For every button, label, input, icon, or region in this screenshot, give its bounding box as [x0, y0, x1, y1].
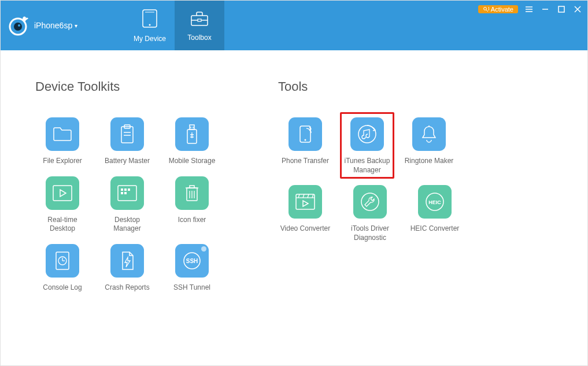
tile-label: Ringtone Maker — [405, 157, 454, 166]
tile-label: Mobile Storage — [169, 157, 216, 166]
tile-label: Crash Reports — [105, 283, 149, 293]
tab-toolbox[interactable]: Toolbox — [175, 1, 224, 50]
device-toolkits-grid: File Explorer Battery Master Mobile Stor… — [35, 117, 220, 292]
header-tabs: My Device Toolbox — [125, 1, 224, 50]
svg-point-10 — [483, 7, 486, 10]
app-header: iPhone6sp My Device — [1, 1, 587, 50]
tab-my-device[interactable]: My Device — [125, 1, 175, 50]
app-logo-icon — [6, 14, 29, 37]
svg-point-1 — [14, 23, 22, 31]
svg-rect-30 — [121, 188, 123, 191]
tile-ringtone-maker[interactable]: Ringtone Maker — [402, 117, 456, 175]
section-title: Device Toolkits — [35, 79, 220, 94]
svg-line-11 — [486, 10, 488, 12]
window-controls: Activate — [478, 4, 583, 14]
main-content: Device Toolkits File Explorer Battery Ma… — [1, 50, 587, 304]
svg-line-54 — [298, 194, 299, 198]
maximize-icon[interactable] — [556, 4, 567, 14]
svg-marker-28 — [60, 190, 66, 197]
music-refresh-icon — [350, 117, 384, 151]
tile-label: Video Converter — [280, 224, 331, 234]
svg-line-56 — [308, 194, 309, 198]
svg-marker-45 — [125, 257, 130, 267]
svg-rect-34 — [124, 192, 127, 194]
tile-video-converter[interactable]: Video Converter — [278, 185, 332, 242]
tile-label: HEIC Converter — [411, 224, 460, 234]
bell-icon — [412, 117, 446, 151]
tile-label: Console Log — [43, 283, 82, 293]
tile-phone-transfer[interactable]: Phone Transfer — [278, 117, 332, 175]
svg-point-2 — [18, 24, 20, 27]
tile-itunes-backup-manager[interactable]: iTunes Backup Manager — [340, 112, 394, 179]
svg-rect-31 — [124, 188, 127, 191]
tile-label: iTunes Backup Manager — [343, 157, 391, 175]
svg-rect-32 — [128, 188, 130, 191]
device-toolkits-section: Device Toolkits File Explorer Battery Ma… — [35, 79, 220, 292]
tile-label: Desktop Manager — [100, 216, 154, 234]
tile-label: File Explorer — [43, 157, 82, 166]
svg-rect-19 — [121, 127, 133, 143]
svg-point-49 — [305, 139, 306, 141]
clock-file-icon — [46, 244, 79, 278]
activate-button[interactable]: Activate — [478, 5, 518, 13]
toolbox-icon — [190, 10, 209, 29]
svg-text:HEIC: HEIC — [428, 199, 441, 205]
tile-file-explorer[interactable]: File Explorer — [35, 117, 90, 166]
heic-icon: HEIC — [418, 185, 452, 219]
svg-line-57 — [312, 194, 313, 198]
svg-point-4 — [149, 24, 151, 25]
usb-icon — [175, 117, 209, 151]
svg-rect-37 — [190, 186, 194, 188]
tile-heic-converter[interactable]: HEIC HEIC Converter — [408, 185, 462, 242]
tile-ssh-tunnel[interactable]: SSH SSH Tunnel — [165, 244, 219, 293]
wrench-circle-icon — [353, 185, 387, 219]
apps-grid-icon — [110, 176, 144, 210]
tile-label: Icon fixer — [178, 216, 206, 225]
film-icon — [289, 185, 322, 219]
play-screen-icon — [46, 176, 79, 210]
tablet-icon — [142, 9, 158, 30]
tab-label: My Device — [134, 35, 166, 43]
minimize-icon[interactable] — [540, 4, 550, 14]
svg-rect-29 — [118, 186, 136, 201]
tile-label: Battery Master — [105, 157, 150, 166]
svg-rect-16 — [559, 6, 564, 12]
phone-transfer-icon — [289, 117, 322, 151]
clipboard-icon — [110, 117, 144, 151]
trash-icon — [175, 176, 209, 210]
logo-area: iPhone6sp — [1, 1, 125, 50]
tile-label: Phone Transfer — [282, 157, 329, 166]
svg-marker-58 — [303, 201, 308, 206]
svg-line-55 — [303, 194, 304, 198]
close-icon[interactable] — [572, 4, 583, 14]
tile-label: iTools Driver Diagnostic — [343, 224, 397, 242]
svg-point-59 — [361, 193, 379, 210]
tile-desktop-manager[interactable]: Desktop Manager — [100, 176, 154, 234]
tile-battery-master[interactable]: Battery Master — [100, 117, 154, 166]
tile-mobile-storage[interactable]: Mobile Storage — [165, 117, 219, 166]
tile-icon-fixer[interactable]: Icon fixer — [165, 176, 219, 234]
svg-rect-9 — [198, 19, 201, 21]
svg-rect-27 — [53, 186, 72, 201]
tools-grid: Phone Transfer iTunes Backup Manager Rin… — [278, 117, 463, 242]
svg-rect-24 — [190, 125, 194, 130]
tab-label: Toolbox — [187, 34, 211, 42]
tile-crash-reports[interactable]: Crash Reports — [100, 244, 154, 293]
tile-realtime-desktop[interactable]: Real-time Desktop — [35, 176, 90, 234]
tile-console-log[interactable]: Console Log — [35, 244, 90, 293]
folder-icon — [46, 117, 79, 151]
tile-label: SSH Tunnel — [173, 283, 210, 293]
svg-rect-33 — [121, 192, 123, 194]
section-title: Tools — [278, 79, 463, 94]
tile-driver-diagnostic[interactable]: iTools Driver Diagnostic — [343, 185, 397, 242]
menu-icon[interactable] — [524, 4, 534, 14]
bolt-file-icon — [110, 244, 144, 278]
status-dot-icon — [201, 246, 206, 252]
tools-section: Tools Phone Transfer iTunes Backup Manag… — [278, 79, 463, 292]
ssh-icon: SSH — [175, 244, 209, 278]
device-selector[interactable]: iPhone6sp — [34, 21, 77, 30]
activate-label: Activate — [491, 6, 513, 13]
tile-label: Real-time Desktop — [35, 216, 90, 234]
svg-text:SSH: SSH — [186, 258, 198, 264]
